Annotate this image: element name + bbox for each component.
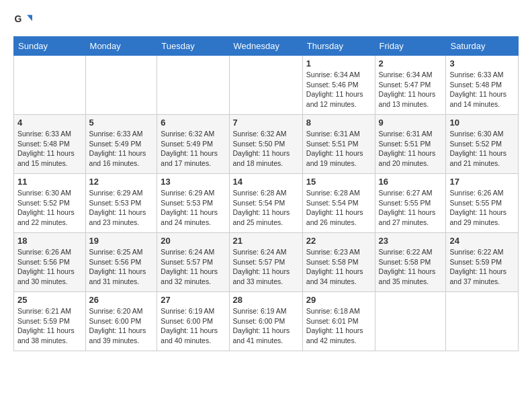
day-info: Sunrise: 6:20 AMSunset: 6:00 PMDaylight:… [89,306,154,346]
weekday-header-row: SundayMondayTuesdayWednesdayThursdayFrid… [14,37,519,56]
calendar-cell [375,292,446,351]
day-number: 6 [161,118,225,128]
day-number: 28 [233,295,299,305]
day-number: 13 [161,177,225,187]
calendar-cell: 26Sunrise: 6:20 AMSunset: 6:00 PMDayligh… [85,292,157,351]
day-number: 19 [89,236,154,246]
calendar-cell: 11Sunrise: 6:30 AMSunset: 5:52 PMDayligh… [14,174,86,233]
calendar-cell: 17Sunrise: 6:26 AMSunset: 5:55 PMDayligh… [446,174,519,233]
week-row-3: 11Sunrise: 6:30 AMSunset: 5:52 PMDayligh… [14,174,519,233]
day-number: 3 [449,58,515,68]
calendar-cell [85,56,157,115]
calendar-cell: 14Sunrise: 6:28 AMSunset: 5:54 PMDayligh… [229,174,302,233]
day-info: Sunrise: 6:22 AMSunset: 5:59 PMDaylight:… [449,247,515,287]
day-number: 29 [306,295,371,305]
calendar-cell: 20Sunrise: 6:24 AMSunset: 5:57 PMDayligh… [157,233,229,292]
day-info: Sunrise: 6:34 AMSunset: 5:46 PMDaylight:… [306,70,371,109]
day-info: Sunrise: 6:25 AMSunset: 5:56 PMDaylight:… [89,247,154,287]
day-number: 10 [449,118,515,128]
day-info: Sunrise: 6:33 AMSunset: 5:49 PMDaylight:… [89,129,154,169]
day-number: 5 [89,118,154,128]
calendar-cell: 4Sunrise: 6:33 AMSunset: 5:48 PMDaylight… [14,115,86,174]
day-info: Sunrise: 6:33 AMSunset: 5:48 PMDaylight:… [17,129,82,169]
day-info: Sunrise: 6:28 AMSunset: 5:54 PMDaylight:… [233,188,299,228]
weekday-header-monday: Monday [85,37,157,56]
day-info: Sunrise: 6:30 AMSunset: 5:52 PMDaylight:… [17,188,82,228]
calendar-cell: 5Sunrise: 6:33 AMSunset: 5:49 PMDaylight… [85,115,157,174]
calendar-cell: 1Sunrise: 6:34 AMSunset: 5:46 PMDaylight… [302,56,375,115]
day-info: Sunrise: 6:31 AMSunset: 5:51 PMDaylight:… [379,129,443,169]
calendar-cell: 7Sunrise: 6:32 AMSunset: 5:50 PMDaylight… [229,115,302,174]
calendar-cell: 22Sunrise: 6:23 AMSunset: 5:58 PMDayligh… [302,233,375,292]
logo: G [13,11,35,30]
calendar-cell: 12Sunrise: 6:29 AMSunset: 5:53 PMDayligh… [85,174,157,233]
day-number: 15 [306,177,371,187]
calendar-cell: 23Sunrise: 6:22 AMSunset: 5:58 PMDayligh… [375,233,446,292]
day-info: Sunrise: 6:24 AMSunset: 5:57 PMDaylight:… [233,247,299,287]
day-info: Sunrise: 6:34 AMSunset: 5:47 PMDaylight:… [379,70,443,109]
calendar-cell: 9Sunrise: 6:31 AMSunset: 5:51 PMDaylight… [375,115,446,174]
weekday-header-wednesday: Wednesday [229,37,302,56]
week-row-4: 18Sunrise: 6:26 AMSunset: 5:56 PMDayligh… [14,233,519,292]
week-row-5: 25Sunrise: 6:21 AMSunset: 5:59 PMDayligh… [14,292,519,351]
calendar-cell: 19Sunrise: 6:25 AMSunset: 5:56 PMDayligh… [85,233,157,292]
day-info: Sunrise: 6:21 AMSunset: 5:59 PMDaylight:… [17,306,82,346]
day-number: 11 [17,177,82,187]
day-info: Sunrise: 6:28 AMSunset: 5:54 PMDaylight:… [306,188,371,228]
day-number: 7 [233,118,299,128]
day-info: Sunrise: 6:32 AMSunset: 5:49 PMDaylight:… [161,129,225,169]
calendar-cell [14,56,86,115]
day-number: 22 [306,236,371,246]
calendar-cell: 15Sunrise: 6:28 AMSunset: 5:54 PMDayligh… [302,174,375,233]
logo-icon: G [13,11,32,30]
day-info: Sunrise: 6:33 AMSunset: 5:48 PMDaylight:… [449,70,515,109]
calendar-cell: 8Sunrise: 6:31 AMSunset: 5:51 PMDaylight… [302,115,375,174]
weekday-header-saturday: Saturday [446,37,519,56]
day-number: 8 [306,118,371,128]
header: G [13,11,519,30]
week-row-2: 4Sunrise: 6:33 AMSunset: 5:48 PMDaylight… [14,115,519,174]
calendar-cell: 25Sunrise: 6:21 AMSunset: 5:59 PMDayligh… [14,292,86,351]
day-info: Sunrise: 6:18 AMSunset: 6:01 PMDaylight:… [306,306,371,346]
day-number: 18 [17,236,82,246]
calendar-cell: 3Sunrise: 6:33 AMSunset: 5:48 PMDaylight… [446,56,519,115]
day-number: 17 [449,177,515,187]
day-number: 14 [233,177,299,187]
svg-marker-1 [27,15,32,21]
calendar-cell: 27Sunrise: 6:19 AMSunset: 6:00 PMDayligh… [157,292,229,351]
weekday-header-tuesday: Tuesday [157,37,229,56]
day-info: Sunrise: 6:31 AMSunset: 5:51 PMDaylight:… [306,129,371,169]
weekday-header-sunday: Sunday [14,37,86,56]
calendar-cell: 21Sunrise: 6:24 AMSunset: 5:57 PMDayligh… [229,233,302,292]
day-info: Sunrise: 6:19 AMSunset: 6:00 PMDaylight:… [233,306,299,346]
day-number: 12 [89,177,154,187]
day-number: 23 [379,236,443,246]
week-row-1: 1Sunrise: 6:34 AMSunset: 5:46 PMDaylight… [14,56,519,115]
calendar-cell: 2Sunrise: 6:34 AMSunset: 5:47 PMDaylight… [375,56,446,115]
day-info: Sunrise: 6:26 AMSunset: 5:55 PMDaylight:… [449,188,515,228]
day-info: Sunrise: 6:24 AMSunset: 5:57 PMDaylight:… [161,247,225,287]
day-info: Sunrise: 6:23 AMSunset: 5:58 PMDaylight:… [306,247,371,287]
day-info: Sunrise: 6:29 AMSunset: 5:53 PMDaylight:… [161,188,225,228]
calendar-cell: 29Sunrise: 6:18 AMSunset: 6:01 PMDayligh… [302,292,375,351]
day-number: 27 [161,295,225,305]
day-number: 25 [17,295,82,305]
calendar-cell: 24Sunrise: 6:22 AMSunset: 5:59 PMDayligh… [446,233,519,292]
day-number: 24 [449,236,515,246]
day-info: Sunrise: 6:29 AMSunset: 5:53 PMDaylight:… [89,188,154,228]
day-number: 26 [89,295,154,305]
day-number: 20 [161,236,225,246]
day-number: 4 [17,118,82,128]
day-number: 16 [379,177,443,187]
calendar-cell [446,292,519,351]
weekday-header-thursday: Thursday [302,37,375,56]
weekday-header-friday: Friday [375,37,446,56]
day-info: Sunrise: 6:30 AMSunset: 5:52 PMDaylight:… [449,129,515,169]
day-info: Sunrise: 6:22 AMSunset: 5:58 PMDaylight:… [379,247,443,287]
calendar-cell: 16Sunrise: 6:27 AMSunset: 5:55 PMDayligh… [375,174,446,233]
day-info: Sunrise: 6:32 AMSunset: 5:50 PMDaylight:… [233,129,299,169]
calendar-cell: 13Sunrise: 6:29 AMSunset: 5:53 PMDayligh… [157,174,229,233]
day-number: 9 [379,118,443,128]
day-number: 1 [306,58,371,68]
day-info: Sunrise: 6:27 AMSunset: 5:55 PMDaylight:… [379,188,443,228]
